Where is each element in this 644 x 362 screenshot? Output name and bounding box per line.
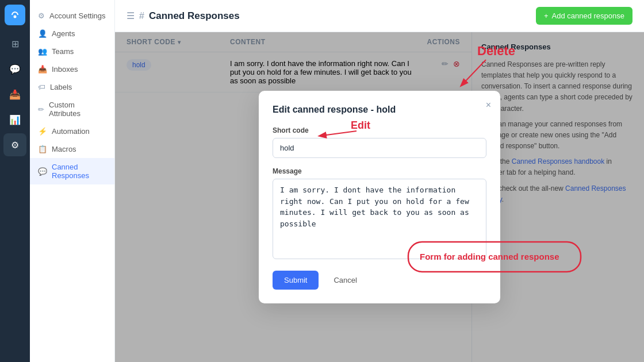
topbar: ☰ # Canned Responses + Add canned respon…	[115, 0, 644, 32]
account-settings-icon: ⚙	[38, 11, 45, 20]
sidebar-settings-icon[interactable]: ⚙	[3, 133, 26, 156]
message-group: Message	[273, 167, 486, 261]
labels-icon: 🏷	[38, 83, 45, 91]
sidebar-chat-icon[interactable]: 💬	[3, 57, 26, 80]
nav-inboxes[interactable]: 📥 Inboxes	[30, 60, 114, 78]
submit-button[interactable]: Submit	[273, 271, 319, 290]
short-code-input[interactable]	[273, 138, 486, 158]
sidebar: ⊞ 💬 📥 📊 ⚙	[0, 0, 30, 362]
canned-responses-icon: 💬	[38, 167, 47, 176]
sidebar-reports-icon[interactable]: 📊	[3, 108, 26, 131]
topbar-left: ☰ # Canned Responses	[126, 10, 240, 22]
macros-icon: 📋	[38, 145, 47, 153]
modal-actions: Submit Cancel	[273, 271, 486, 290]
modal-overlay[interactable]: Edit canned response - hold × Short code…	[115, 32, 644, 362]
nav-macros[interactable]: 📋 Macros	[30, 140, 114, 158]
plus-icon: +	[544, 11, 549, 20]
nav-automation[interactable]: ⚡ Automation	[30, 122, 114, 140]
nav-agents[interactable]: 👤 Agents	[30, 25, 114, 43]
modal-title: Edit canned response - hold	[273, 105, 486, 115]
nav-labels[interactable]: 🏷 Labels	[30, 78, 114, 96]
left-nav: ⚙ Account Settings 👤 Agents 👥 Teams 📥 In…	[30, 0, 115, 362]
sidebar-home-icon[interactable]: ⊞	[3, 32, 26, 55]
message-textarea[interactable]	[273, 179, 486, 259]
add-canned-response-button[interactable]: + Add canned response	[536, 7, 632, 25]
sidebar-inbox-icon[interactable]: 📥	[3, 83, 26, 106]
svg-point-0	[9, 9, 21, 21]
cancel-button[interactable]: Cancel	[324, 271, 366, 290]
custom-attributes-icon: ✏	[38, 105, 44, 114]
inboxes-icon: 📥	[38, 65, 47, 74]
short-code-label: Short code	[273, 126, 486, 134]
modal-close-button[interactable]: ×	[486, 100, 491, 110]
page-title: Canned Responses	[149, 10, 240, 22]
logo	[5, 5, 25, 25]
automation-icon: ⚡	[38, 127, 47, 136]
menu-icon[interactable]: ☰	[126, 10, 135, 21]
content-area: Short Code ▾ Content Actions hold I am s…	[115, 32, 644, 362]
message-label: Message	[273, 167, 486, 175]
nav-canned-responses[interactable]: 💬 Canned Responses	[30, 158, 114, 184]
teams-icon: 👥	[38, 47, 47, 56]
svg-point-1	[14, 16, 17, 18]
nav-custom-attributes[interactable]: ✏ Custom Attributes	[30, 96, 114, 122]
short-code-group: Short code	[273, 126, 486, 158]
agents-icon: 👤	[38, 29, 47, 38]
nav-account-settings[interactable]: ⚙ Account Settings	[30, 7, 114, 25]
hash-icon: #	[139, 11, 144, 21]
nav-teams[interactable]: 👥 Teams	[30, 43, 114, 60]
edit-canned-response-modal: Edit canned response - hold × Short code…	[259, 91, 500, 303]
main: ☰ # Canned Responses + Add canned respon…	[115, 0, 644, 362]
